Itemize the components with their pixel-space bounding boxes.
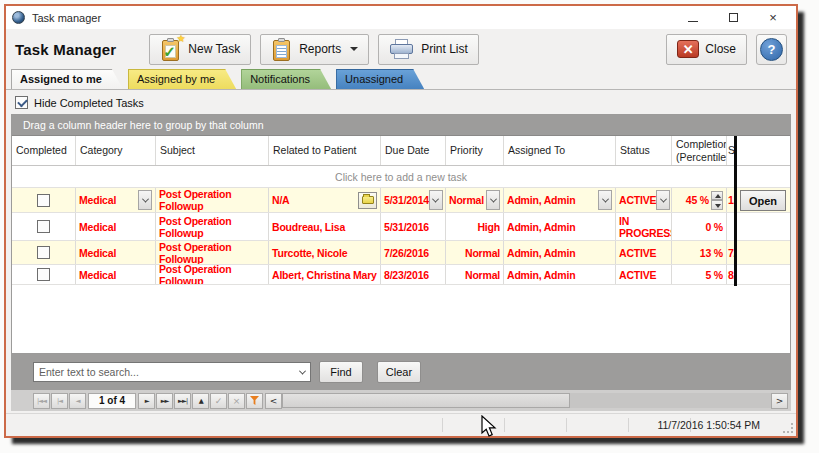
priority-dropdown-icon[interactable] xyxy=(486,190,500,210)
clear-button[interactable]: Clear xyxy=(377,361,421,383)
table-row[interactable]: Medical Post Operation Followup Turcotte… xyxy=(12,241,790,265)
dropdown-caret-icon xyxy=(350,47,358,51)
table-row[interactable]: Medical Post Operation Followup N/A 5/31… xyxy=(12,188,790,213)
open-patient-folder-button[interactable] xyxy=(358,192,377,209)
task-manager-window: Task manager × Task Manager ✓★ New Task xyxy=(4,4,798,438)
group-by-panel[interactable]: Drag a column header here to group by th… xyxy=(12,115,790,136)
folder-icon xyxy=(362,196,374,204)
search-input[interactable] xyxy=(34,366,294,378)
horizontal-scrollbar[interactable]: < > xyxy=(265,392,788,409)
maximize-button[interactable] xyxy=(724,10,742,26)
reports-button[interactable]: Reports xyxy=(260,34,369,65)
nav-prev-button[interactable]: ◄ xyxy=(69,393,86,409)
pager-position: 1 of 4 xyxy=(88,393,136,409)
reports-icon xyxy=(271,37,293,62)
column-header-due-date[interactable]: Due Date xyxy=(381,136,446,165)
nav-prev-page-button[interactable]: |◄ xyxy=(51,393,68,409)
column-header-status[interactable]: Status xyxy=(616,136,672,165)
category-dropdown-icon[interactable] xyxy=(138,190,152,210)
open-task-button[interactable]: Open xyxy=(740,190,786,211)
column-header-priority[interactable]: Priority xyxy=(446,136,504,165)
funnel-icon xyxy=(250,396,259,405)
page-title: Task Manager xyxy=(15,41,116,58)
status-divider xyxy=(504,418,505,432)
status-divider xyxy=(566,418,567,432)
column-header-subject[interactable]: Subject xyxy=(156,136,269,165)
nav-up-button[interactable]: ▲ xyxy=(192,393,209,409)
close-button[interactable]: ✕ Close xyxy=(666,34,747,65)
status-divider xyxy=(628,418,629,432)
row-completed-checkbox[interactable] xyxy=(37,268,50,281)
main-panel: Hide Completed Tasks Drag a column heade… xyxy=(6,89,796,413)
table-row[interactable]: Medical Post Operation Followup Boudreau… xyxy=(12,213,790,241)
completion-spinner[interactable] xyxy=(711,191,723,210)
app-icon xyxy=(12,11,25,24)
scroll-left-icon[interactable]: < xyxy=(265,393,282,409)
pager-bar: |◄◄ |◄ ◄ 1 of 4 ► ►► ►►| ▲ ✓ × < > xyxy=(11,390,791,411)
search-dropdown-icon[interactable] xyxy=(294,363,310,381)
status-dropdown-icon[interactable] xyxy=(656,190,670,210)
toolbar: Task Manager ✓★ New Task Reports Pr xyxy=(6,29,796,69)
scrollbar-thumb[interactable] xyxy=(282,393,570,408)
row-completed-checkbox[interactable] xyxy=(37,194,50,207)
column-header-category[interactable]: Category xyxy=(76,136,156,165)
tab-assigned-to-me[interactable]: Assigned to me xyxy=(11,69,123,89)
nav-next-button[interactable]: ► xyxy=(138,393,155,409)
nav-last-button[interactable]: ►►| xyxy=(174,393,191,409)
due-date-dropdown-icon[interactable] xyxy=(429,190,443,210)
add-new-task-row[interactable]: Click here to add a new task xyxy=(12,166,790,188)
hide-completed-checkbox[interactable]: Hide Completed Tasks xyxy=(6,90,796,114)
help-icon: ? xyxy=(760,38,783,61)
grid-empty-area xyxy=(12,285,790,353)
printer-icon xyxy=(389,39,415,60)
nav-next-page-button[interactable]: ►► xyxy=(156,393,173,409)
tab-unassigned[interactable]: Unassigned xyxy=(336,69,424,89)
status-datetime: 11/7/2016 1:50:54 PM xyxy=(657,414,760,436)
column-resize-indicator xyxy=(734,136,737,286)
help-button[interactable]: ? xyxy=(756,34,787,65)
status-divider xyxy=(442,418,443,432)
checkbox-checked-icon xyxy=(15,96,28,109)
row-completed-checkbox[interactable] xyxy=(37,220,50,233)
new-task-button[interactable]: ✓★ New Task xyxy=(149,34,251,65)
tab-assigned-by-me[interactable]: Assigned by me xyxy=(128,69,236,89)
row-completed-checkbox[interactable] xyxy=(37,246,50,259)
window-title: Task manager xyxy=(32,12,101,24)
nav-first-button[interactable]: |◄◄ xyxy=(33,393,50,409)
column-header-completion[interactable]: Completion (Percentile) xyxy=(672,136,727,165)
find-button[interactable]: Find xyxy=(319,361,363,383)
column-header-related-to-patient[interactable]: Related to Patient xyxy=(269,136,381,165)
new-task-icon: ✓★ xyxy=(160,37,182,62)
close-window-button[interactable]: × xyxy=(764,10,782,26)
close-x-icon: ✕ xyxy=(677,40,699,58)
resize-grip-icon[interactable] xyxy=(783,423,793,433)
tab-strip: Assigned to me Assigned by me Notificati… xyxy=(6,69,796,89)
search-box xyxy=(33,362,311,382)
nav-accept-button[interactable]: ✓ xyxy=(210,393,227,409)
nav-cancel-button[interactable]: × xyxy=(228,393,245,409)
scroll-right-icon[interactable]: > xyxy=(771,393,788,409)
table-row[interactable]: Medical Post Operation Followup Albert, … xyxy=(12,265,790,285)
assigned-to-dropdown-icon[interactable] xyxy=(598,190,612,210)
print-list-button[interactable]: Print List xyxy=(378,34,479,65)
window-controls: × xyxy=(684,10,790,26)
search-panel: Find Clear xyxy=(11,354,791,390)
column-header-completed[interactable]: Completed xyxy=(12,136,76,165)
task-grid: Drag a column header here to group by th… xyxy=(11,114,791,354)
tab-notifications[interactable]: Notifications xyxy=(241,69,331,89)
screen: Task manager × Task Manager ✓★ New Task xyxy=(0,0,819,453)
scrollbar-track[interactable] xyxy=(570,393,771,408)
close-icon: × xyxy=(769,11,777,24)
column-header-filler xyxy=(736,136,790,165)
column-header-row: Completed Category Subject Related to Pa… xyxy=(12,136,790,166)
filter-button[interactable] xyxy=(246,393,263,409)
minimize-button[interactable] xyxy=(684,10,702,26)
titlebar: Task manager × xyxy=(6,6,796,29)
status-bar: 11/7/2016 1:50:54 PM xyxy=(6,413,796,436)
column-header-assigned-to[interactable]: Assigned To xyxy=(504,136,616,165)
